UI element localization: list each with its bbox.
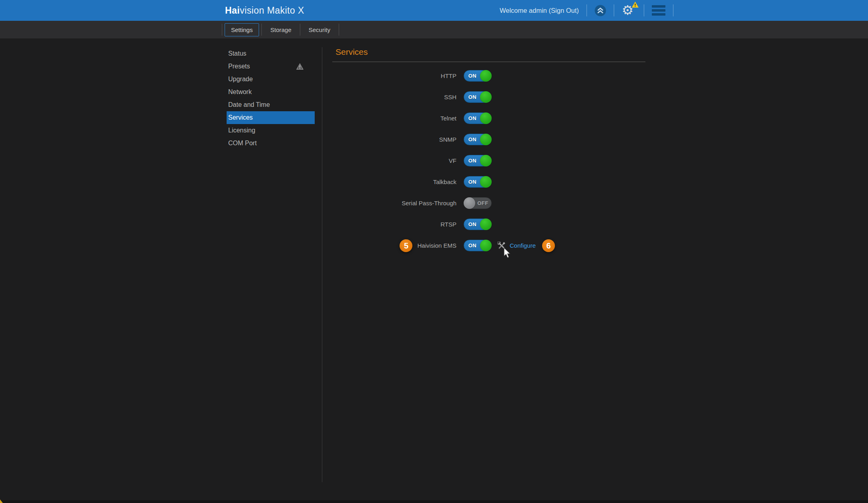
- welcome-text: Welcome admin (Sign Out): [500, 7, 579, 14]
- tab-divider: [261, 24, 262, 36]
- app-title: Haivision Makito X: [225, 0, 304, 21]
- toggle-state-label: ON: [464, 240, 480, 251]
- stream-status-icon[interactable]: [595, 5, 606, 16]
- service-label: Talkback: [433, 178, 456, 185]
- sidebar-item-label: Status: [228, 50, 246, 57]
- service-row-telnet: Telnet ON: [332, 108, 645, 129]
- service-rows: HTTP ON SSH ON Telnet ON SNMP ON VF ON T…: [332, 65, 645, 256]
- bottom-edge: [0, 500, 868, 503]
- sidebar-item-label: Services: [228, 114, 253, 121]
- telnet-toggle[interactable]: ON: [464, 112, 492, 124]
- heading-rule: [332, 62, 645, 62]
- ssh-toggle[interactable]: ON: [464, 91, 492, 103]
- hamburger-menu-icon[interactable]: [652, 5, 665, 16]
- welcome-label: Welcome admin: [500, 7, 547, 14]
- service-label: SSH: [444, 94, 456, 100]
- rtsp-toggle[interactable]: ON: [464, 218, 492, 230]
- warning-badge-icon: [632, 2, 639, 8]
- service-label: Serial Pass-Through: [402, 200, 456, 206]
- tab-divider: [300, 24, 300, 36]
- toggle-state-label: ON: [464, 176, 480, 187]
- header-divider: [587, 4, 587, 16]
- callout-badge-6: 6: [542, 239, 555, 252]
- toggle-state-label: OFF: [475, 198, 491, 208]
- sidebar-item-services[interactable]: Services: [227, 111, 315, 124]
- service-label: Haivision EMS: [417, 242, 456, 249]
- haivision-ems-toggle[interactable]: ON: [464, 240, 492, 251]
- page-title: Services: [332, 47, 645, 57]
- toggle-knob: [480, 176, 492, 188]
- service-row-vf: VF ON: [332, 150, 645, 171]
- sidebar-item-com-port[interactable]: COM Port: [227, 137, 315, 150]
- app-title-bold: Hai: [225, 5, 240, 16]
- sidebar-item-network[interactable]: Network: [227, 86, 315, 98]
- toggle-state-label: ON: [464, 113, 480, 124]
- ems-extra-controls: Configure 6: [498, 239, 555, 252]
- tools-icon: [498, 242, 506, 250]
- header-divider: [673, 4, 673, 16]
- sidebar-item-status[interactable]: Status: [227, 47, 315, 60]
- service-label: SNMP: [439, 136, 456, 143]
- toggle-knob: [480, 218, 492, 230]
- toggle-state-label: ON: [464, 92, 480, 102]
- vf-toggle[interactable]: ON: [464, 155, 492, 166]
- sidebar-item-label: Licensing: [228, 127, 255, 134]
- tab-bar: Settings Storage Security: [0, 21, 868, 38]
- toggle-knob: [480, 155, 492, 166]
- toggle-knob: [464, 197, 475, 209]
- service-row-snmp: SNMP ON: [332, 129, 645, 150]
- service-row-http: HTTP ON: [332, 65, 645, 86]
- tab-divider: [339, 24, 339, 36]
- toggle-state-label: ON: [464, 70, 480, 81]
- app-title-rest: vision Makito X: [240, 5, 304, 16]
- service-row-talkback: Talkback ON: [332, 171, 645, 192]
- sidebar-item-licensing[interactable]: Licensing: [227, 124, 315, 137]
- tab-security[interactable]: Security: [303, 24, 336, 36]
- header-divider: [614, 4, 614, 16]
- tab-divider: [222, 24, 222, 36]
- toggle-knob: [480, 112, 492, 124]
- tab-storage[interactable]: Storage: [264, 24, 297, 36]
- toggle-knob: [480, 70, 492, 82]
- toggle-knob: [480, 91, 492, 103]
- service-label: RTSP: [440, 221, 456, 228]
- service-row-serial-pass-through: Serial Pass-Through OFF: [332, 192, 645, 214]
- snmp-toggle[interactable]: ON: [464, 134, 492, 145]
- sidebar-item-label: Presets: [228, 63, 250, 70]
- callout-badge-5: 5: [400, 239, 412, 252]
- configure-link[interactable]: Configure: [510, 242, 536, 249]
- talkback-toggle[interactable]: ON: [464, 176, 492, 188]
- sidebar-item-label: Network: [228, 88, 252, 96]
- settings-sidebar: Status Presets Upgrade Network Date and …: [227, 47, 315, 150]
- sign-out-link[interactable]: (Sign Out): [549, 7, 579, 14]
- toggle-state-label: ON: [464, 155, 480, 166]
- service-label: HTTP: [441, 72, 456, 79]
- tab-settings[interactable]: Settings: [225, 23, 259, 36]
- sidebar-item-presets[interactable]: Presets: [227, 60, 315, 73]
- sidebar-item-date-and-time[interactable]: Date and Time: [227, 98, 315, 111]
- sidebar-item-label: Upgrade: [228, 76, 253, 83]
- sidebar-item-label: COM Port: [228, 140, 257, 147]
- http-toggle[interactable]: ON: [464, 70, 492, 82]
- toggle-state-label: ON: [464, 219, 480, 230]
- sidebar-divider: [322, 47, 322, 482]
- service-row-ssh: SSH ON: [332, 86, 645, 108]
- toggle-knob: [480, 240, 492, 251]
- app-header: Haivision Makito X Welcome admin (Sign O…: [0, 0, 868, 21]
- service-label: Telnet: [440, 115, 456, 122]
- sidebar-item-upgrade[interactable]: Upgrade: [227, 73, 315, 86]
- presets-warning-icon: [296, 63, 303, 70]
- toggle-state-label: ON: [464, 134, 480, 145]
- service-row-haivision-ems: 5 Haivision EMS ON Configure 6: [332, 235, 645, 256]
- services-panel: Services HTTP ON SSH ON Telnet ON SNMP O…: [332, 47, 645, 256]
- service-row-rtsp: RTSP ON: [332, 214, 645, 235]
- header-divider: [644, 4, 644, 16]
- service-label: VF: [449, 157, 456, 164]
- settings-gear-button[interactable]: ⚙: [622, 2, 636, 18]
- sidebar-item-label: Date and Time: [228, 101, 270, 108]
- header-right-group: Welcome admin (Sign Out) ⚙: [500, 0, 681, 21]
- serial-pass-through-toggle[interactable]: OFF: [464, 197, 492, 209]
- toggle-knob: [480, 134, 492, 145]
